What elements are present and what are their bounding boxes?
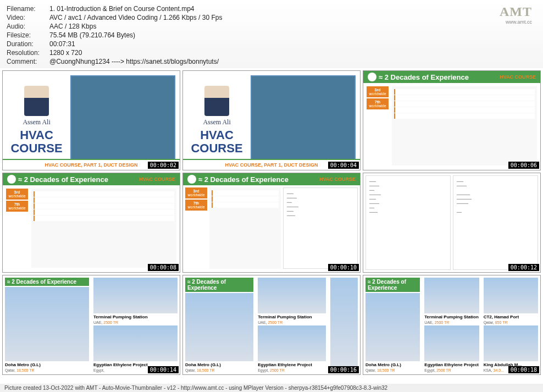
thumbnail-3: ≈ 2 Decades of ExperienceHVAC COURSE 3rd… [363,70,541,170]
rank-badge-1: 3rdworldwide [6,189,28,200]
timestamp: 00:00:16 [328,366,359,373]
exp-header: ≈ 2 Decades of Experience [365,278,420,292]
project-name: Terminal Pumping Station [424,314,479,319]
certificate-list [209,187,281,269]
rank-badge-2: 7thworldwide [6,201,28,212]
hvac-badge: HVAC COURSE [319,176,356,182]
project-name: Doha Metro (G.L) [365,362,420,367]
hvac-badge: HVAC COURSE [139,176,175,182]
timestamp: 00:00:18 [508,366,539,373]
label-resolution: Resolution: [7,48,49,57]
project-name: Terminal Pumping Station [93,314,178,319]
exp-header: ≈ 2 Decades of Experience [185,278,253,292]
info-block: Filename:1. 01-Introduction & Brief on C… [7,4,500,66]
slide-heading: ≈ 2 Decades of Experience [379,73,469,81]
company-logo-icon [187,175,196,184]
thumbnail-8: ≈ 2 Decades of Experience Doha Metro (G.… [182,275,361,375]
thumbnail-2: Assem Ali HVACCOURSE HVAC COURSE, PART 1… [182,70,361,170]
project-location: Qatar, 18,500 TR [185,368,253,372]
document-page-2: ━━━━━━━━━━━━━━━━━━━━━━━━━━━━━━━━━━━━━ [453,175,538,270]
project-location: Egypt, 2500 TR [258,368,326,372]
label-filesize: Filesize: [7,31,49,40]
project-location: UAE, 2500 TR [424,321,479,324]
project-location: Egypt, 2500 TR [424,368,479,372]
value-filesize: 75.54 MB (79.210.764 Bytes) [49,31,135,40]
value-duration: 00:07:31 [49,40,75,48]
value-audio: AAC / 128 Kbps [49,22,96,31]
label-video: Video: [7,13,49,22]
project-image [365,293,420,361]
project-image [185,293,253,361]
value-resolution: 1280 x 720 [49,48,82,57]
company-logo-icon [7,175,16,184]
project-name: Doha Metro (G.L) [185,362,253,367]
project-location: Qatar, 850 TR [484,321,538,324]
exp-header: ≈ 2 Decades of Experience [5,278,89,286]
hvac-badge: HVAC COURSE [500,74,536,80]
slide-heading: ≈ 2 Decades of Experience [198,175,289,184]
metadata-header: Filename:1. 01-Introduction & Brief on C… [0,0,543,68]
amt-logo: AMT www.amt.cc [500,4,536,66]
company-logo-icon [368,73,376,81]
presenter-avatar [204,86,229,116]
building-diagram [70,75,175,165]
thumbnail-1: Assem Ali HVACCOURSE HVAC COURSE, PART 1… [2,70,180,170]
rank-badge-2: 7thworldwide [185,200,207,211]
project-image [258,325,326,361]
value-filename: 1. 01-Introduction & Brief on Course Con… [49,4,194,13]
certificate-list [392,86,537,165]
project-image [424,325,479,361]
project-name: Terminal Pumping Station [258,314,326,319]
thumbnail-5: ≈ 2 Decades of ExperienceHVAC COURSE 3rd… [182,173,361,273]
project-image [93,278,178,313]
project-image [5,287,89,361]
project-image [484,325,538,361]
thumbnail-4: ≈ 2 Decades of ExperienceHVAC COURSE 3rd… [2,173,180,273]
project-image [424,278,479,313]
value-video: AVC / avc1 / Advanced Video Coding / 1.2… [49,13,222,22]
rank-badge-2: 7thworldwide [367,98,389,109]
slide-heading: ≈ 2 Decades of Experience [18,175,108,184]
project-name: Egyptian Ethylene Project [424,362,479,367]
footer-text: Picture created 13-Oct-2022 with AMT - A… [0,384,543,392]
label-filename: Filename: [7,4,49,13]
value-comment: @CuongNhung1234 ----> https://sanet.st/b… [49,57,219,66]
course-title: HVACCOURSE [191,129,242,155]
timestamp: 00:00:10 [328,264,359,271]
project-image [484,278,538,313]
project-location: Qatar, 18,500 TR [5,368,89,372]
timestamp: 00:00:12 [508,264,539,271]
rank-badge-1: 3rdworldwide [367,86,389,97]
course-title: HVACCOURSE [10,129,62,155]
timestamp: 00:00:08 [148,264,179,271]
timestamp: 00:00:06 [508,162,539,169]
label-audio: Audio: [7,22,49,31]
logo-text: AMT [500,4,532,19]
thumbnail-7: ≈ 2 Decades of Experience Doha Metro (G.… [2,275,180,375]
project-location: UAE, 2500 TR [93,321,178,324]
project-name: CT2, Hamad Port [484,314,538,319]
rank-badge-1: 3rdworldwide [185,187,207,198]
project-location: Qatar, 18,500 TR [365,368,420,372]
presenter-name: Assem Ali [203,118,230,126]
document-page: ━━━━━━━━━━━━━━━━━━━━━━━━━━━━━ [283,187,358,269]
project-name: Doha Metro (G.L) [5,362,89,367]
document-page-1: ━━━━━━━━━━━━━━━━━━━━━━━━━━━━━━━━━━━━━━ [365,175,451,270]
label-comment: Comment: [7,57,49,66]
timestamp: 00:00:02 [148,162,179,169]
presenter-avatar [24,86,49,116]
certificate-list [31,189,176,268]
project-image [330,278,358,366]
building-diagram [251,75,356,165]
timestamp: 00:00:14 [148,366,179,373]
presenter-name: Assem Ali [23,118,50,126]
project-image [93,325,178,361]
timestamp: 00:00:04 [328,162,359,169]
thumbnail-6: ━━━━━━━━━━━━━━━━━━━━━━━━━━━━━━━━━━━━━━ ━… [363,173,541,273]
project-name: Egyptian Ethylene Project [258,362,326,367]
project-image [258,278,326,313]
logo-url: www.amt.cc [500,19,532,25]
project-location: UAE, 2500 TR [258,321,326,324]
thumbnail-9: ≈ 2 Decades of Experience Doha Metro (G.… [363,275,541,375]
thumbnail-grid: Assem Ali HVACCOURSE HVAC COURSE, PART 1… [0,68,543,377]
